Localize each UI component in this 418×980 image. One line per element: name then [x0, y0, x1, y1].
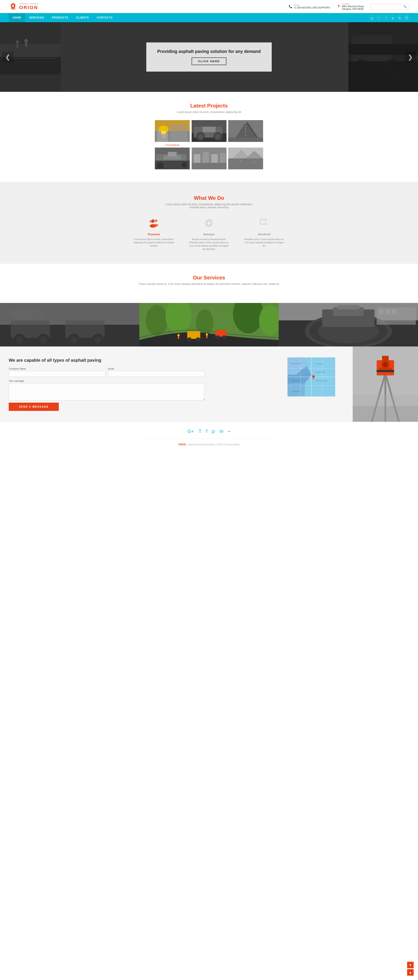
latest-projects-subtitle: Lorem ipsum dolor sit amet, consectetuer… [9, 111, 409, 114]
svg-rect-157 [353, 395, 418, 406]
hero-prev-arrow[interactable]: ❮ [2, 52, 13, 62]
phone-label: Phone: [294, 4, 330, 6]
svg-text:FLATLANDS: FLATLANDS [316, 363, 323, 364]
service-hendrerit: Hendrerit Phasellus porta. Fusce suscipi… [243, 218, 285, 251]
svg-point-73 [205, 222, 207, 224]
map-placeholder: BOROUGH PARK FLATLANDS BERGEN PARK SHEEP… [287, 357, 335, 396]
nav-social: g t f p in ☰ [369, 15, 409, 20]
message-textarea[interactable] [9, 383, 205, 401]
project-item-3[interactable] [228, 120, 263, 146]
nav-contacts[interactable]: CONTACTS [93, 13, 117, 22]
svg-text:BATH BEACH: BATH BEACH [292, 380, 300, 382]
footer-gplus-icon[interactable]: G+ [187, 428, 194, 434]
project-item-1[interactable]: Consectetuer [155, 120, 190, 146]
form-row-1: Company Name Email [9, 368, 205, 377]
svg-point-66 [155, 220, 157, 222]
service-icon-3 [243, 218, 285, 231]
social-facebook[interactable]: f [383, 15, 388, 20]
svg-rect-124 [337, 305, 359, 309]
project-item-2[interactable] [191, 120, 227, 146]
footer-social: G+ 𝕋 f 𝕡 in ⌁ ORION . Asphalt Paving Com… [0, 422, 418, 454]
svg-rect-132 [287, 383, 305, 396]
footer-brand: ORION [178, 443, 186, 446]
svg-point-62 [260, 163, 262, 164]
company-label: Company Name [9, 368, 105, 370]
svg-point-98 [94, 336, 101, 344]
svg-point-100 [9, 307, 43, 320]
svg-rect-155 [377, 370, 394, 372]
message-label: Your message [9, 380, 205, 382]
hero-cta-button[interactable]: CLICK HERE [191, 57, 226, 65]
latest-projects-section: Latest Projects Lorem ipsum dolor sit am… [0, 92, 418, 182]
project-item-5[interactable] [191, 148, 227, 171]
svg-text:BOROUGH PARK: BOROUGH PARK [291, 363, 301, 364]
our-services-section: Our Services Fusce suscipit varius mi. C… [0, 264, 418, 303]
footer-pinterest-icon[interactable]: 𝕡 [212, 428, 215, 434]
svg-point-77 [211, 220, 212, 221]
hero-title: Providing asphalt paving solution for an… [157, 49, 261, 54]
strip-item-1 [0, 303, 139, 347]
email-label: Email [108, 368, 205, 370]
social-icons-row: G+ 𝕋 f 𝕡 in ⌁ [6, 428, 412, 434]
svg-rect-84 [260, 219, 266, 220]
logo-name: ORION [19, 5, 38, 10]
social-linkedin[interactable]: in [397, 15, 402, 20]
svg-rect-126 [379, 309, 383, 314]
project-item-4[interactable] [155, 148, 190, 171]
footer-rss-icon[interactable]: ⌁ [228, 428, 231, 434]
footer-privacy-link[interactable]: Privacy policy [225, 443, 240, 446]
nav-home[interactable]: HOME [9, 13, 25, 22]
nav-products[interactable]: PRODUCTS [48, 13, 72, 22]
social-pinterest[interactable]: p [390, 15, 396, 20]
email-input[interactable] [108, 371, 205, 377]
svg-point-75 [206, 220, 207, 221]
search-box[interactable]: 🔍 [370, 4, 409, 10]
nav-clients[interactable]: CLIENTS [72, 13, 93, 22]
service-icon-1 [133, 218, 175, 231]
project-thumb-6 [228, 148, 263, 169]
svg-point-69 [154, 224, 158, 227]
strip-item-3 [279, 303, 418, 347]
search-input[interactable] [370, 4, 401, 10]
nav-services[interactable]: SERVICES [25, 13, 48, 22]
svg-point-45 [158, 162, 163, 167]
project-item-6[interactable] [228, 148, 263, 171]
service-desc-3: Phasellus porta. Fusce suscipit varius m… [243, 238, 285, 247]
service-desc-1: Lorem ipsum dolor sit amet, consectetuer… [133, 238, 175, 247]
what-we-do-subtitle: Lorem ipsum dolor sit amet, consectetuer… [166, 203, 252, 209]
location-address: 6861 Marmora Road Glasgow, D04 89GB [342, 5, 364, 10]
search-button[interactable]: 🔍 [401, 4, 409, 10]
what-we-do-services: Praesent Lorem ipsum dolor sit amet, con… [133, 218, 285, 251]
what-we-do-title: What We Do [9, 195, 409, 201]
svg-point-91 [16, 336, 23, 344]
service-desc-2: Aenean nonummy hendrerit mauris. Phasell… [188, 238, 230, 251]
social-rss[interactable]: ☰ [404, 15, 409, 20]
our-services-subtitle: Fusce suscipit varius mi. Cum sociis nat… [9, 283, 409, 286]
hero-section: ❮ Providing asphalt paving solution for … [0, 22, 418, 92]
service-natoque: Natoque Aenean nonummy hendrerit mauris.… [188, 218, 230, 251]
svg-point-65 [151, 220, 155, 223]
service-icon-2 [188, 218, 230, 231]
svg-point-58 [234, 162, 236, 164]
service-name-1: Praesent [133, 233, 175, 236]
footer-facebook-icon[interactable]: f [206, 428, 207, 434]
company-input[interactable] [9, 371, 105, 377]
svg-text:SHEEPSHEAD BAY: SHEEPSHEAD BAY [316, 380, 327, 382]
send-button[interactable]: SEND A MESSAGE [9, 402, 59, 411]
footer-linkedin-icon[interactable]: in [220, 428, 223, 434]
footer-twitter-icon[interactable]: 𝕋 [198, 428, 202, 434]
service-name-3: Hendrerit [243, 233, 285, 236]
navbar: HOME SERVICES PRODUCTS CLIENTS CONTACTS … [0, 13, 418, 22]
svg-rect-127 [385, 309, 390, 314]
svg-point-145 [312, 375, 315, 378]
phone-icon: 📞 [289, 5, 292, 8]
footer-copyright: . Asphalt Paving Company © 2015 [187, 443, 223, 446]
svg-point-102 [146, 305, 168, 336]
hero-next-arrow[interactable]: ❯ [405, 52, 416, 62]
social-gplus[interactable]: g [369, 15, 375, 20]
svg-point-59 [241, 161, 242, 162]
email-form-group: Email [108, 368, 205, 377]
svg-text:BERGEN PARK: BERGEN PARK [316, 372, 325, 373]
social-twitter[interactable]: t [376, 15, 381, 20]
svg-rect-40 [228, 138, 263, 142]
